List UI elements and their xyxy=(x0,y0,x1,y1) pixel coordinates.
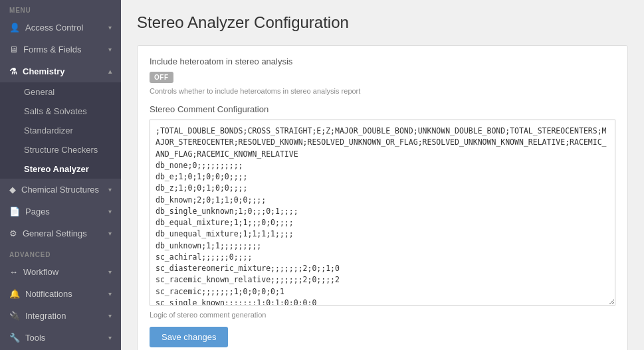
heteroatom-label: Include heteroatom in stereo analysis xyxy=(150,56,615,66)
flask-icon: ⚗ xyxy=(9,66,17,76)
sidebar-item-chemical-structures[interactable]: ◆ Chemical Structures ▾ xyxy=(0,179,121,201)
chevron-down-icon: ▾ xyxy=(108,46,112,53)
sidebar-sub-item-salts[interactable]: Salts & Solvates xyxy=(0,102,121,121)
page-title: Stereo Analyzer Configuration xyxy=(137,13,628,32)
sidebar-item-label: Integration xyxy=(25,311,66,321)
gear-icon: ⚙ xyxy=(9,228,17,238)
textarea-hint: Logic of stereo comment generation xyxy=(150,311,615,319)
page-icon: 📄 xyxy=(9,207,20,217)
sidebar-item-notifications[interactable]: 🔔 Notifications ▾ xyxy=(0,283,121,305)
sidebar-sub-item-standardizer[interactable]: Standardizer xyxy=(0,121,121,140)
sidebar-sub-item-general[interactable]: General xyxy=(0,82,121,102)
sidebar-item-chemistry[interactable]: ⚗ Chemistry ▴ xyxy=(0,60,121,82)
stereo-comment-textarea[interactable]: ;TOTAL_DOUBLE_BONDS;CROSS_STRAIGHT;E;Z;M… xyxy=(150,120,615,306)
sidebar-item-label: Chemistry xyxy=(23,66,65,76)
sidebar-item-label: Notifications xyxy=(25,289,72,299)
diamond-icon: ◆ xyxy=(9,185,16,195)
sidebar-item-label: Tools xyxy=(25,333,45,343)
sidebar-item-label: Access Control xyxy=(25,23,83,33)
person-icon: 👤 xyxy=(9,23,20,33)
chevron-down-icon: ▾ xyxy=(108,290,112,298)
sidebar-item-label: Chemical Structures xyxy=(21,185,99,195)
sidebar-item-general-settings[interactable]: ⚙ General Settings ▾ xyxy=(0,222,121,244)
chevron-down-icon: ▾ xyxy=(108,268,112,276)
sidebar-item-access-control[interactable]: 👤 Access Control ▾ xyxy=(0,17,121,39)
bell-icon: 🔔 xyxy=(9,289,20,299)
chevron-down-icon: ▾ xyxy=(108,312,112,319)
tools-icon: 🔧 xyxy=(9,333,20,343)
sidebar-item-tools[interactable]: 🔧 Tools ▾ xyxy=(0,327,121,349)
stereo-comment-title: Stereo Comment Configuration xyxy=(150,104,615,114)
chemistry-submenu: General Salts & Solvates Standardizer St… xyxy=(0,82,121,179)
chevron-down-icon: ▾ xyxy=(108,24,112,31)
save-changes-button[interactable]: Save changes xyxy=(150,327,228,347)
menu-label: MENU xyxy=(0,0,121,17)
monitor-icon: 🖥 xyxy=(9,44,18,54)
toggle-hint: Controls whether to include heteroatoms … xyxy=(150,87,615,95)
toggle-container: OFF xyxy=(150,72,615,83)
config-card: Include heteroatom in stereo analysis OF… xyxy=(137,45,628,350)
main-content: Stereo Analyzer Configuration Include he… xyxy=(121,0,644,350)
chevron-up-icon: ▴ xyxy=(108,68,112,75)
sidebar-sub-item-structure-checkers[interactable]: Structure Checkers xyxy=(0,140,121,159)
sidebar: MENU 👤 Access Control ▾ 🖥 Forms & Fields… xyxy=(0,0,121,350)
heteroatom-toggle[interactable]: OFF xyxy=(150,72,173,83)
chevron-down-icon: ▾ xyxy=(108,334,112,341)
sidebar-item-label: General Settings xyxy=(23,228,87,238)
sidebar-item-label: Forms & Fields xyxy=(23,44,81,54)
chevron-down-icon: ▾ xyxy=(108,230,112,237)
sidebar-item-label: Workflow xyxy=(23,267,58,277)
workflow-icon: ↔ xyxy=(9,267,18,277)
sidebar-item-label: Pages xyxy=(25,207,50,217)
sidebar-item-forms-fields[interactable]: 🖥 Forms & Fields ▾ xyxy=(0,39,121,60)
sidebar-item-integration[interactable]: 🔌 Integration ▾ xyxy=(0,305,121,327)
chevron-down-icon: ▾ xyxy=(108,186,112,193)
chevron-down-icon: ▾ xyxy=(108,208,112,215)
advanced-label: ADVANCED xyxy=(0,244,121,261)
sidebar-item-workflow[interactable]: ↔ Workflow ▾ xyxy=(0,261,121,283)
sidebar-sub-item-stereo-analyzer[interactable]: Stereo Analyzer xyxy=(0,159,121,179)
sidebar-item-pages[interactable]: 📄 Pages ▾ xyxy=(0,201,121,222)
plug-icon: 🔌 xyxy=(9,311,20,321)
